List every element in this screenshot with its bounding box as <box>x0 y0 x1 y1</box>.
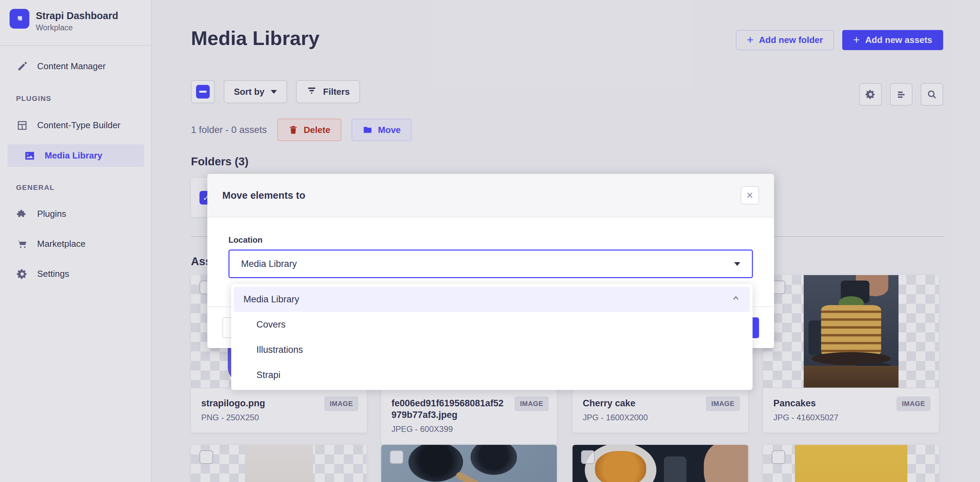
option-label: Strapi <box>256 370 281 380</box>
dropdown-option-covers[interactable]: Covers <box>234 312 750 337</box>
chevron-down-icon <box>734 262 740 266</box>
close-button[interactable]: ✕ <box>741 186 759 205</box>
option-label: Media Library <box>243 294 299 305</box>
modal-title: Move elements to <box>222 190 305 201</box>
option-label: Illustrations <box>256 345 303 355</box>
dropdown-option-illustrations[interactable]: Illustrations <box>234 337 750 362</box>
location-label: Location <box>229 235 753 245</box>
close-icon: ✕ <box>746 190 754 201</box>
location-select[interactable]: Media Library <box>229 250 753 278</box>
dropdown-option-media-library[interactable]: Media Library <box>234 287 750 312</box>
dropdown-option-strapi[interactable]: Strapi <box>234 362 750 388</box>
chevron-up-icon <box>732 294 740 305</box>
modal-header: Move elements to ✕ <box>207 174 774 218</box>
location-dropdown: Media Library Covers Illustrations Strap… <box>231 284 752 390</box>
location-select-value: Media Library <box>241 259 297 269</box>
option-label: Covers <box>256 320 286 330</box>
app-root: Strapi Dashboard Workplace Content Manag… <box>0 0 980 482</box>
modal-body: Location Media Library <box>207 218 774 278</box>
